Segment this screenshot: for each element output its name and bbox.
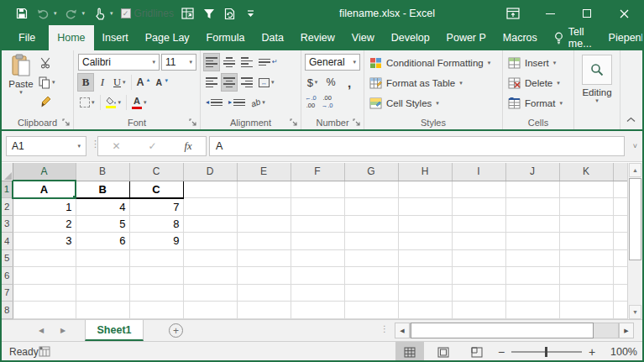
cell-I6[interactable] xyxy=(452,267,505,285)
cell-H2[interactable] xyxy=(398,198,452,216)
font-color-button[interactable]: A ▾ xyxy=(130,94,149,111)
cell-F3[interactable] xyxy=(291,215,344,233)
cell-I2[interactable] xyxy=(452,198,505,216)
cell-J2[interactable] xyxy=(505,198,559,216)
insert-cells-button[interactable]: Insert ▾ xyxy=(503,53,573,73)
column-header-I[interactable]: I xyxy=(452,163,505,181)
cell-I5[interactable] xyxy=(452,249,505,267)
cell-F8[interactable] xyxy=(291,302,344,319)
cancel-icon[interactable]: ✕ xyxy=(112,140,120,152)
maximize-button[interactable] xyxy=(568,2,605,25)
zoom-slider[interactable] xyxy=(511,351,582,353)
cell-G1[interactable] xyxy=(344,181,398,198)
cell-D1[interactable] xyxy=(183,181,237,198)
gridlines-toggle[interactable]: ✓ Gridlines xyxy=(121,8,174,19)
number-dialog-launcher-icon[interactable] xyxy=(353,118,361,127)
cell-B2[interactable]: 4 xyxy=(76,198,129,216)
cell-A6[interactable] xyxy=(13,267,76,285)
italic-button[interactable]: I xyxy=(95,74,110,91)
clipboard-dialog-launcher-icon[interactable] xyxy=(62,118,71,127)
middle-align-button[interactable] xyxy=(222,54,237,71)
cell-B3[interactable]: 5 xyxy=(76,215,129,233)
cell-C6[interactable] xyxy=(129,267,183,285)
touch-mode-dropdown-icon[interactable]: ▾ xyxy=(110,10,113,17)
enter-icon[interactable]: ✓ xyxy=(148,140,156,152)
minimize-button[interactable] xyxy=(531,2,568,25)
cell-B6[interactable] xyxy=(76,267,129,285)
cell-G4[interactable] xyxy=(344,233,398,250)
editing-button[interactable]: Editing ▾ xyxy=(574,55,620,104)
next-sheet-icon[interactable]: ▶ xyxy=(60,320,65,341)
page-break-preview-button[interactable] xyxy=(463,342,491,362)
row-header-7[interactable]: 7 xyxy=(2,284,13,302)
decrease-font-size-button[interactable]: A xyxy=(154,74,171,91)
column-header-B[interactable]: B xyxy=(76,163,129,181)
borders-button[interactable]: ▾ xyxy=(78,94,97,111)
new-sheet-button[interactable]: + xyxy=(169,323,183,338)
increase-font-size-button[interactable]: A xyxy=(135,74,153,91)
tab-power-pivot[interactable]: Power P xyxy=(438,25,495,50)
copy-button[interactable]: ▾ xyxy=(39,73,55,92)
tell-me-box[interactable]: Tell me... xyxy=(546,25,600,50)
column-header-F[interactable]: F xyxy=(291,163,344,181)
cell-J4[interactable] xyxy=(505,233,559,250)
column-header-G[interactable]: G xyxy=(344,163,398,181)
row-header-3[interactable]: 3 xyxy=(2,215,13,233)
percent-style-button[interactable]: % xyxy=(323,74,338,91)
bold-button[interactable]: B xyxy=(78,74,93,91)
cell-D7[interactable] xyxy=(183,284,237,302)
alignment-dialog-launcher-icon[interactable] xyxy=(290,118,298,127)
cell-K2[interactable] xyxy=(559,198,613,216)
decrease-indent-button[interactable]: ◂ xyxy=(204,94,224,111)
zoom-out-button[interactable]: − xyxy=(496,345,506,359)
cell-F4[interactable] xyxy=(291,233,344,250)
tabbar-grip-icon[interactable]: ⋮ xyxy=(380,324,389,333)
paste-button[interactable]: Paste ▾ xyxy=(6,54,36,96)
cell-I8[interactable] xyxy=(452,302,505,319)
formula-input[interactable]: A xyxy=(209,136,625,156)
cell-A8[interactable] xyxy=(13,302,76,319)
cell-J1[interactable] xyxy=(505,181,559,198)
cell-D6[interactable] xyxy=(183,267,237,285)
cell-A1[interactable]: A xyxy=(13,181,76,198)
cell-E3[interactable] xyxy=(237,215,291,233)
fill-color-button[interactable]: ▾ xyxy=(104,94,123,111)
horizontal-scroll-thumb[interactable] xyxy=(411,323,594,338)
row-header-6[interactable]: 6 xyxy=(2,267,13,285)
cell-C8[interactable] xyxy=(129,302,183,319)
cell-I1[interactable] xyxy=(452,181,505,198)
macro-record-icon[interactable] xyxy=(39,346,50,357)
cell-D5[interactable] xyxy=(183,249,237,267)
sheet-tab-sheet1[interactable]: Sheet1 xyxy=(85,320,144,341)
cell-G3[interactable] xyxy=(344,215,398,233)
refresh-document-icon[interactable] xyxy=(223,7,237,20)
zoom-in-button[interactable]: + xyxy=(587,345,597,359)
page-layout-view-button[interactable] xyxy=(429,342,458,362)
cell-D8[interactable] xyxy=(183,302,237,319)
cell-F1[interactable] xyxy=(291,181,344,198)
row-header-5[interactable]: 5 xyxy=(2,249,13,267)
row-header-1[interactable]: 1 xyxy=(2,181,13,198)
column-header-C[interactable]: C xyxy=(129,163,183,181)
accounting-format-button[interactable]: $▾ xyxy=(305,74,320,91)
cell-D3[interactable] xyxy=(183,215,237,233)
cell-H6[interactable] xyxy=(398,267,452,285)
cell-B5[interactable] xyxy=(76,249,129,267)
font-dialog-launcher-icon[interactable] xyxy=(189,118,197,127)
cell-H7[interactable] xyxy=(398,284,452,302)
cell-K4[interactable] xyxy=(559,233,613,250)
conditional-formatting-button[interactable]: Conditional Formatting ▾ xyxy=(364,53,502,73)
cell-K5[interactable] xyxy=(559,249,613,267)
cell-G7[interactable] xyxy=(344,284,398,302)
name-box[interactable]: A1 ▾ xyxy=(6,136,86,156)
vertical-scroll-thumb[interactable] xyxy=(629,178,641,260)
cell-A4[interactable]: 3 xyxy=(13,233,76,250)
tab-page-layout[interactable]: Page Lay xyxy=(137,25,198,50)
scroll-up-icon[interactable]: ▲ xyxy=(629,163,641,177)
search-button[interactable] xyxy=(582,55,612,85)
account-name[interactable]: Piepenbrei... xyxy=(600,25,644,50)
cell-E1[interactable] xyxy=(237,181,291,198)
tab-file[interactable]: File xyxy=(5,25,49,50)
underline-button[interactable]: U▾ xyxy=(112,74,128,91)
decrease-decimal-button[interactable]: .00→.0 xyxy=(322,95,333,109)
